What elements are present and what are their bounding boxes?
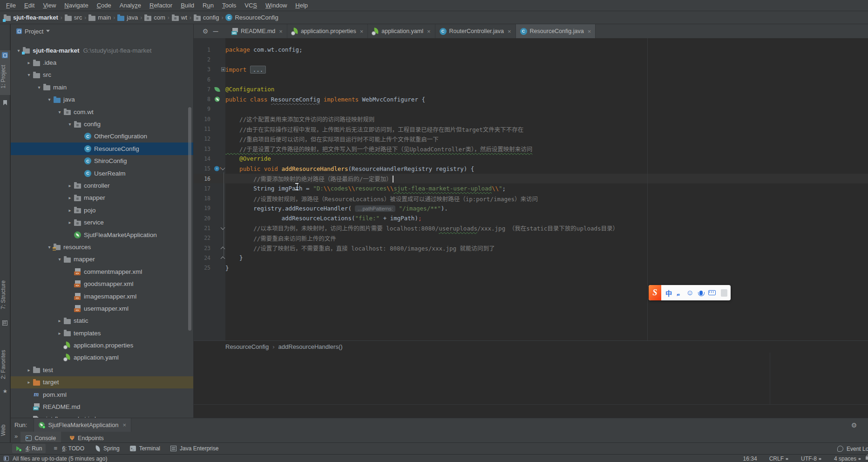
chevron-down-icon[interactable]: ▾ [55,257,64,262]
tree-item-service[interactable]: ▸service [11,216,193,228]
tree-item-target[interactable]: ▸target [11,376,193,388]
breadcrumb-class[interactable]: ResourceConfig [225,343,269,350]
override-method-icon[interactable] [214,166,219,171]
menu-code[interactable]: Code [93,0,115,10]
breadcrumb-config[interactable]: config [194,14,219,21]
sidebar-item-project[interactable]: 1: Project [0,50,10,95]
sogou-logo[interactable]: S [649,285,661,300]
chevron-down-icon[interactable]: ▾ [66,122,74,127]
tree-item-imagesmapper-xml[interactable]: imagesmapper.xml [11,290,193,302]
toolwindow-button-6-todo[interactable]: 6: TODO [48,444,88,453]
run-settings-gear[interactable] [850,421,858,429]
tree-item-application-properties[interactable]: application.properties [11,339,193,351]
chevron-down-icon[interactable]: ▾ [55,109,64,115]
sidebar-item-favorites[interactable]: 2: Favorites [0,345,10,394]
tree-item-sjut-flea-market[interactable]: ▾sjut-flea-marketG:\study\sjut-flea-mark… [11,44,193,56]
keyboard-icon[interactable] [708,290,716,295]
fold-expand-icon[interactable]: + [221,68,225,72]
fold-end-icon[interactable] [221,256,225,261]
menu-run[interactable]: Run [198,0,218,10]
tree-item-commentmapper-xml[interactable]: commentmapper.xml [11,265,193,278]
ime-emoji-button[interactable]: ☺ [686,289,694,297]
tree-item-main[interactable]: ▾main [11,81,193,93]
fold-collapse-icon[interactable] [221,225,225,230]
tree-item-pom-xml[interactable]: pom.xml [11,388,193,401]
chevron-down-icon[interactable]: ▾ [45,97,54,102]
editor-tab-routercontroller-java[interactable]: RouterController.java× [435,24,516,38]
chevron-right-icon[interactable]: ▸ [25,367,33,373]
tree-item-test[interactable]: ▸test [11,364,193,376]
tree-item-usermapper-xml[interactable]: usermapper.xml [11,302,193,314]
panel-divider[interactable] [193,24,194,418]
breadcrumb-sjut-flea-market[interactable]: sjut-flea-market [4,14,58,21]
sidebar-item-structure[interactable]: 7: Structure [0,273,10,325]
chevron-right-icon[interactable]: ▸ [66,220,74,225]
editor-tab-application-yaml[interactable]: application.yaml× [368,24,435,38]
editor-tab-application-properties[interactable]: application.properties× [287,24,368,38]
status-widget-crlf[interactable]: CRLF [769,455,789,462]
tree-scrollbar[interactable] [188,107,191,331]
menu-view[interactable]: View [39,0,60,10]
tree-item-application-yaml[interactable]: application.yaml [11,352,193,364]
tree-item-pojo[interactable]: ▸pojo [11,204,193,216]
project-panel-title[interactable]: Project [25,28,43,35]
tree-item-mapper[interactable]: ▸mapper [11,192,193,204]
breadcrumb-wt[interactable]: wt [172,14,187,21]
menu-vcs[interactable]: VCS [240,0,261,10]
ime-lang-toggle[interactable]: 中 [665,288,672,298]
close-icon[interactable]: × [360,28,364,35]
editor-tab-resourceconfig-java[interactable]: ResourceConfig.java× [516,24,596,38]
breadcrumb-resourceconfig[interactable]: ResourceConfig [225,14,278,21]
toolwindow-button-spring[interactable]: Spring [91,444,123,453]
menu-help[interactable]: Help [291,0,312,10]
menu-file[interactable]: File [2,0,20,10]
breadcrumb-main[interactable]: main [88,14,111,21]
ime-punctuation-toggle[interactable]: ，。 [676,289,682,297]
breadcrumb-src[interactable]: src [65,14,82,21]
editor-tab-readme-md[interactable]: README.md× [227,24,287,38]
menu-tools[interactable]: Tools [218,0,240,10]
status-widget-4-spaces[interactable]: 4 spaces [834,455,861,462]
breadcrumb-method[interactable]: addResourceHandlers() [278,343,343,350]
toolwindow-button-terminal[interactable]: Terminal [126,444,164,453]
chevron-right-icon[interactable]: ▸ [66,183,74,188]
menu-build[interactable]: Build [176,0,198,10]
status-widget-16-34[interactable]: 16:34 [743,455,757,462]
tree-item-idea[interactable]: ▸.idea [11,56,193,68]
tree-item-readme-md[interactable]: README.md [11,401,193,413]
run-inner-tab-console[interactable]: Console [20,432,61,442]
tree-item-templates[interactable]: ▸templates [11,327,193,339]
tabbar-gear[interactable] [200,24,210,38]
breadcrumb-com[interactable]: com [144,14,165,21]
tree-item-otherconfiguration[interactable]: OtherConfiguration [11,130,193,143]
tree-item-resourceconfig[interactable]: ResourceConfig [11,143,193,155]
chevron-right-icon[interactable]: ▸ [55,331,64,336]
close-icon[interactable]: × [508,28,511,35]
chevron-right-icon[interactable]: ▸ [25,60,33,65]
close-icon[interactable]: × [279,28,283,35]
toolwindow-button-java-enterprise[interactable]: Java Enterprise [167,444,222,453]
toolwindow-switcher-icon[interactable] [4,456,9,461]
run-inner-tab-endpoints[interactable]: Endpoints [64,432,109,442]
tree-item-goodsmapper-xml[interactable]: goodsmapper.xml [11,278,193,290]
toolwindow-button-4-run[interactable]: 4: Run [12,444,46,453]
close-icon[interactable]: × [588,28,591,35]
fold-end-icon[interactable] [221,246,225,251]
chevron-right-icon[interactable]: ▸ [66,208,74,213]
tree-item-java[interactable]: ▾java [11,94,193,106]
event-log-button[interactable]: Event Log [837,443,868,454]
menu-edit[interactable]: Edit [20,0,39,10]
spring-bean-icon[interactable] [215,97,220,102]
status-widget-utf-8[interactable]: UTF-8 [801,455,822,462]
lock-icon[interactable] [866,456,868,460]
tree-item-static[interactable]: ▸static [11,315,193,327]
chevron-right-icon[interactable]: ▸ [66,195,74,200]
tree-item-userrealm[interactable]: UserRealm [11,167,193,179]
bookmark-icon[interactable] [3,100,7,105]
close-icon[interactable]: × [427,28,431,35]
overflow-chevrons[interactable]: » [14,433,18,440]
tree-item-shiroconfig[interactable]: ShiroConfig [11,155,193,167]
fold-collapse-icon[interactable] [221,166,225,170]
tabbar-hide[interactable] [210,24,221,38]
chevron-down-icon[interactable]: ▾ [25,72,33,77]
